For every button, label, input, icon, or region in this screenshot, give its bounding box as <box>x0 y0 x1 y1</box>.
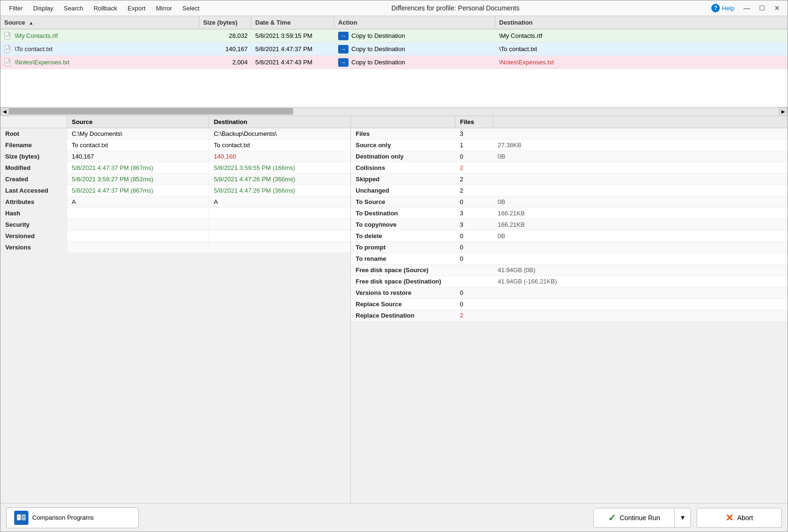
source-cell: \My Contacts.rtf <box>0 30 199 42</box>
maximize-button[interactable]: ☐ <box>755 3 769 13</box>
stats-label: Replace Source <box>351 299 455 310</box>
details-row-created: Created 5/8/2021 3:59:27 PM (852ms) 5/8/… <box>0 174 350 185</box>
stats-value: 2 <box>455 162 493 174</box>
details-label: Created <box>0 174 67 185</box>
details-dest-val: 5/8/2021 4:47:26 PM (366ms) <box>209 174 350 185</box>
col-header-source[interactable]: Source ▲ <box>0 16 199 29</box>
menu-display[interactable]: Display <box>28 3 58 14</box>
hscrollbar[interactable]: ◀ ▶ <box>0 107 788 116</box>
stats-value: 2 <box>455 185 493 196</box>
details-row-versioned: Versioned <box>0 231 350 242</box>
minimize-button[interactable]: — <box>740 3 753 13</box>
dest-cell: \Notes\Expenses.txt <box>495 57 788 68</box>
details-row-lastaccessed: Last Accessed 5/8/2021 4:47:37 PM (867ms… <box>0 185 350 196</box>
help-button[interactable]: ? Help <box>707 2 739 14</box>
action-arrow-icon: → <box>338 45 349 53</box>
hscroll-thumb[interactable] <box>9 108 293 115</box>
col-header-datetime[interactable]: Date & Time <box>251 16 334 29</box>
details-source-val <box>67 242 209 253</box>
stats-panel: Files Files 3 Source only 1 27.38KB Dest… <box>351 116 788 503</box>
stats-label: Files <box>351 128 455 140</box>
hscroll-track[interactable] <box>9 107 779 115</box>
details-label: Modified <box>0 162 67 174</box>
table-row[interactable]: \Notes\Expenses.txt 2,004 5/8/2021 4:47:… <box>0 56 788 69</box>
details-row-filename: Filename To contact.txt To contact.txt <box>0 140 350 151</box>
sort-arrow-icon: ▲ <box>29 20 34 26</box>
stats-value: 0 <box>455 299 493 310</box>
table-row[interactable]: \My Contacts.rtf 28,032 5/8/2021 3:59:15… <box>0 29 788 43</box>
hscroll-right-button[interactable]: ▶ <box>779 107 788 116</box>
stats-size: 166.21KB <box>493 219 788 231</box>
details-label: Attributes <box>0 196 67 208</box>
menu-search[interactable]: Search <box>59 3 88 14</box>
details-col-label <box>0 116 67 128</box>
col-header-destination[interactable]: Destination <box>495 16 788 29</box>
stats-value <box>455 265 493 276</box>
datetime-cell: 5/8/2021 4:47:43 PM <box>251 57 334 68</box>
menu-mirror[interactable]: Mirror <box>151 3 177 14</box>
stats-row-files: Files 3 <box>351 128 788 140</box>
dest-cell: \My Contacts.rtf <box>495 30 788 41</box>
details-label: Security <box>0 219 67 231</box>
col-header-size[interactable]: Size (bytes) <box>199 16 251 29</box>
menu-select[interactable]: Select <box>178 3 204 14</box>
details-row-root: Root C:\My Documents\ C:\Backup\Document… <box>0 128 350 140</box>
stats-size: 0B <box>493 151 788 162</box>
stats-size <box>493 174 788 185</box>
comparison-programs-label: Comparison Programs <box>32 514 94 521</box>
menu-export[interactable]: Export <box>123 3 151 14</box>
source-filename: \To contact.txt <box>15 45 53 53</box>
stats-label: Free disk space (Destination) <box>351 276 455 287</box>
menu-rollback[interactable]: Rollback <box>89 3 122 14</box>
continue-run-dropdown[interactable]: ▼ <box>675 508 690 527</box>
details-source-val <box>67 231 209 242</box>
details-source-val: To contact.txt <box>67 140 209 151</box>
details-col-source: Source <box>67 116 209 128</box>
hscroll-left-button[interactable]: ◀ <box>0 107 9 116</box>
continue-run-group: ✓ Continue Run ▼ <box>593 508 691 528</box>
stats-value: 2 <box>455 310 493 321</box>
stats-value: 1 <box>455 140 493 151</box>
comparison-svg-icon <box>17 513 26 523</box>
datetime-cell: 5/8/2021 3:59:15 PM <box>251 30 334 41</box>
abort-label: Abort <box>737 514 753 522</box>
source-cell: \To contact.txt <box>0 43 199 55</box>
comparison-programs-button[interactable]: Comparison Programs <box>6 507 139 528</box>
stats-size: 0B <box>493 231 788 242</box>
details-row-size: Size (bytes) 140,167 140,160 <box>0 151 350 162</box>
details-panel: Source Destination Root C:\My Documents\… <box>0 116 351 503</box>
col-header-action[interactable]: Action <box>334 16 495 29</box>
stats-label: Skipped <box>351 174 455 185</box>
close-button[interactable]: ✕ <box>770 3 784 13</box>
details-source-val: 5/8/2021 4:47:37 PM (867ms) <box>67 162 209 174</box>
stats-row-sourceonly: Source only 1 27.38KB <box>351 140 788 151</box>
abort-button[interactable]: ✕ Abort <box>697 508 782 528</box>
stats-size <box>493 253 788 265</box>
stats-row-replace-dest: Replace Destination 2 <box>351 310 788 321</box>
file-icon <box>4 45 12 53</box>
stats-size <box>493 242 788 253</box>
details-row-modified: Modified 5/8/2021 4:47:37 PM (867ms) 5/8… <box>0 162 350 174</box>
stats-table: Files Files 3 Source only 1 27.38KB Dest… <box>351 116 788 321</box>
size-cell: 2,004 <box>199 57 251 68</box>
stats-value: 3 <box>455 128 493 140</box>
stats-label: Destination only <box>351 151 455 162</box>
empty-area <box>0 69 788 107</box>
stats-row-torename: To rename 0 <box>351 253 788 265</box>
stats-row-replace-source: Replace Source 0 <box>351 299 788 310</box>
stats-value: 3 <box>455 219 493 231</box>
stats-value: 0 <box>455 231 493 242</box>
stats-value: 0 <box>455 253 493 265</box>
details-label: Hash <box>0 208 67 219</box>
stats-label: To Destination <box>351 208 455 219</box>
stats-value <box>455 276 493 287</box>
details-label: Root <box>0 128 67 140</box>
menu-filter[interactable]: Filter <box>4 3 27 14</box>
stats-value: 0 <box>455 151 493 162</box>
table-row[interactable]: \To contact.txt 140,167 5/8/2021 4:47:37… <box>0 43 788 56</box>
details-table: Source Destination Root C:\My Documents\… <box>0 116 350 253</box>
action-arrow-icon: → <box>338 58 349 67</box>
chevron-down-icon: ▼ <box>680 514 686 521</box>
continue-run-button[interactable]: ✓ Continue Run <box>594 508 675 527</box>
details-dest-val: To contact.txt <box>209 140 350 151</box>
